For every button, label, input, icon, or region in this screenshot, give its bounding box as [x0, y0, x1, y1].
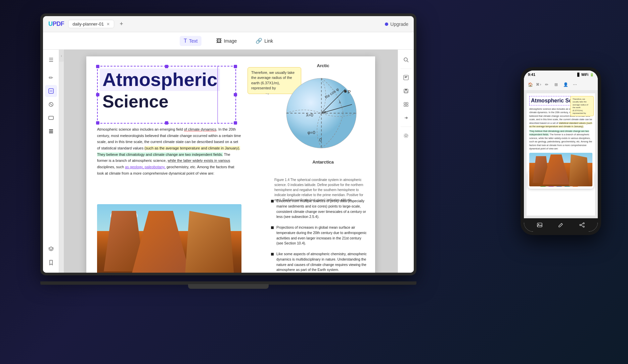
phone-bottom-share-icon[interactable]	[578, 221, 586, 229]
svg-rect-28	[405, 89, 407, 90]
bullet-text-2: Projections of increases in global mean …	[276, 225, 368, 246]
phone-bottom-image-icon[interactable]	[536, 221, 544, 229]
document-area[interactable]: Atmospheric Science Therefore, we usuall…	[64, 50, 398, 273]
text-selection-box[interactable]	[97, 66, 236, 124]
svg-line-42	[581, 225, 583, 226]
phone-bottom-toolbar	[524, 218, 598, 232]
landscape-rock3	[184, 211, 235, 273]
svg-point-21	[344, 90, 347, 93]
add-tab-button[interactable]: +	[118, 20, 125, 28]
bullet-square-3	[271, 253, 274, 256]
upgrade-label: Upgrade	[390, 21, 408, 27]
highlight-yellow-text: (such as the average temperature and cli…	[144, 146, 240, 150]
toolbar-image-button[interactable]: 🖼 Image	[212, 36, 241, 46]
phone-home-icon[interactable]: 🏠	[527, 81, 534, 88]
tab-close-button[interactable]: ✕	[106, 22, 110, 27]
upgrade-button[interactable]: Upgrade	[385, 21, 408, 27]
handle-ml[interactable]	[96, 93, 99, 96]
sidebar-layers-icon[interactable]	[45, 125, 57, 137]
phone-screen: 9:41 ▊ WiFi 🔋 🏠 ⌘ › ✏ ⊞ 👤 ⋯ Atm	[524, 71, 598, 232]
bullet-item-2: Projections of increases in global mean …	[271, 225, 368, 246]
left-sidebar: ☰ ✏	[43, 50, 59, 273]
sidebar-highlight-icon[interactable]	[45, 85, 57, 97]
svg-point-40	[583, 226, 584, 227]
svg-rect-29	[405, 91, 407, 93]
bullet-section: Evidence from multiple sources of proxy …	[271, 198, 368, 273]
phone-tooltip-text: Therefore, we usually take the average r…	[573, 98, 588, 114]
svg-text:φ=0: φ=0	[307, 130, 315, 135]
phone-pdf-page: Atmospheric Science Therefore, we usuall…	[527, 93, 595, 216]
svg-rect-32	[404, 105, 406, 106]
phone-more-icon[interactable]: ⋯	[571, 81, 579, 88]
sidebar-edit-icon[interactable]: ✏	[45, 72, 57, 84]
laptop-base	[188, 284, 269, 289]
handle-tm[interactable]	[165, 65, 168, 68]
app-content: ☰ ✏	[43, 50, 414, 273]
highlight-green-text: They believe that climatology and climat…	[97, 152, 223, 156]
handle-mr[interactable]	[234, 93, 237, 96]
svg-text:0: 0	[319, 138, 322, 143]
toolbar-link-button[interactable]: 🔗 Link	[252, 36, 277, 46]
sidebar-toggle-button[interactable]: ‹	[59, 50, 64, 62]
link-icon: 🔗	[256, 38, 262, 44]
handle-bm[interactable]	[165, 121, 168, 125]
handle-tl[interactable]	[96, 65, 99, 68]
svg-rect-33	[406, 105, 408, 106]
document-tab[interactable]: daily-planner-01 ✕	[68, 20, 114, 28]
handle-br[interactable]	[234, 121, 237, 125]
svg-text:P: P	[348, 89, 351, 95]
svg-rect-5	[49, 129, 53, 130]
svg-line-23	[407, 61, 408, 62]
phone-share-icon[interactable]: 👤	[562, 81, 569, 88]
phone-nav-text: ⌘	[536, 83, 539, 86]
phone-toolbar: 🏠 ⌘ › ✏ ⊞ 👤 ⋯	[524, 79, 598, 91]
laptop: UPDF daily-planner-01 ✕ + Upgrade T Text	[40, 13, 416, 289]
svg-line-41	[581, 224, 583, 225]
right-settings-icon[interactable]	[400, 130, 412, 142]
svg-point-35	[404, 134, 408, 138]
right-search-icon[interactable]	[400, 54, 412, 66]
sidebar-annotate-icon[interactable]	[45, 112, 57, 124]
text-icon: T	[184, 38, 187, 44]
phone-status-bar: 9:41 ▊ WiFi 🔋	[524, 71, 598, 79]
laptop-body: UPDF daily-planner-01 ✕ + Upgrade T Text	[40, 13, 416, 275]
battery-icon: 🔋	[590, 73, 594, 77]
toolbar-text-button[interactable]: T Text	[180, 36, 201, 46]
sidebar-stamp-icon[interactable]	[45, 98, 57, 110]
image-icon: 🖼	[216, 38, 222, 44]
phone-edit-icon[interactable]: ✏	[543, 81, 550, 88]
phone-content[interactable]: Atmospheric Science Therefore, we usuall…	[524, 91, 598, 218]
phone-nav[interactable]: ⌘ ›	[536, 83, 541, 86]
bullet-item-1: Evidence from multiple sources of proxy …	[271, 198, 368, 220]
sidebar-panel-icon[interactable]: ☰	[45, 54, 57, 66]
svg-text:φ: φ	[324, 109, 326, 114]
sidebar-layers2-icon[interactable]	[45, 243, 57, 255]
underline-climate-dynamics: of climate dynamics	[184, 127, 217, 131]
phone: 9:41 ▊ WiFi 🔋 🏠 ⌘ › ✏ ⊞ 👤 ⋯ Atm	[521, 67, 601, 235]
svg-point-37	[538, 224, 539, 225]
svg-point-22	[404, 58, 407, 61]
svg-rect-36	[537, 223, 542, 227]
phone-bottom-edit-icon[interactable]	[557, 221, 565, 229]
phone-copy-icon[interactable]: ⊞	[552, 81, 560, 88]
right-convert-icon[interactable]	[400, 112, 412, 124]
bullet-text-1: Evidence from multiple sources of proxy …	[276, 198, 368, 220]
pdf-page: Atmospheric Science Therefore, we usuall…	[86, 56, 375, 273]
right-organize-icon[interactable]	[400, 98, 412, 110]
bullet-text-3: Like some aspects of atmospheric chemist…	[276, 252, 368, 273]
phone-tooltip-box: Therefore, we usually take the average r…	[570, 96, 594, 116]
right-sidebar	[398, 50, 414, 273]
handle-tr[interactable]	[234, 65, 237, 68]
toolbar-image-label: Image	[224, 38, 237, 44]
toolbar-text-label: Text	[189, 38, 198, 44]
sidebar-bookmark-icon[interactable]	[45, 257, 57, 269]
right-ocr-icon[interactable]	[400, 72, 412, 84]
globe-figure: Arctic	[278, 63, 368, 171]
right-save-icon[interactable]	[400, 85, 412, 97]
svg-point-34	[405, 135, 407, 137]
handle-bl[interactable]	[96, 121, 99, 125]
bullet-square-2	[271, 226, 274, 229]
arctic-label: Arctic	[278, 63, 368, 68]
bullet-item-3: Like some aspects of atmospheric chemist…	[271, 252, 368, 273]
underline-purple-text: as geology, paleobotany,	[125, 165, 166, 169]
